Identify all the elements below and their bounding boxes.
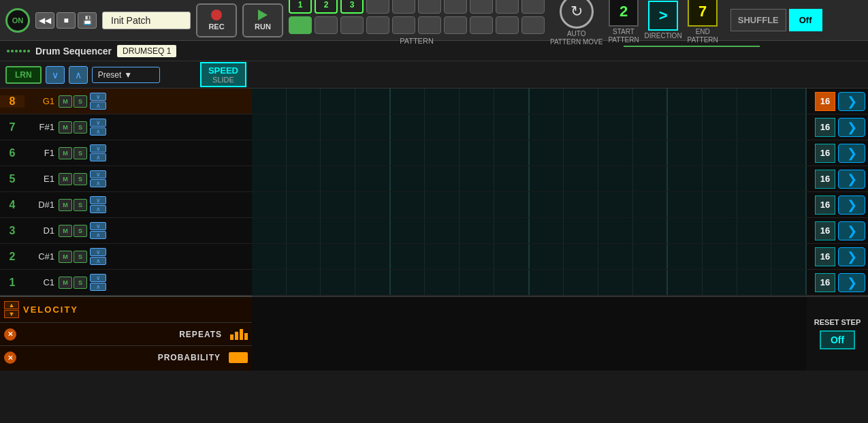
solo-button-1[interactable]: S bbox=[74, 277, 87, 289]
grid-cell-r5-c4[interactable] bbox=[355, 166, 391, 191]
pattern-btn-3[interactable]: 3 bbox=[340, 0, 364, 14]
grid-cell-r8-c12[interactable] bbox=[633, 89, 669, 114]
patch-name-input[interactable]: Init Patch bbox=[102, 12, 191, 29]
grid-cell-r6-c2[interactable] bbox=[287, 140, 321, 166]
grid-cell-r2-c14[interactable] bbox=[703, 244, 737, 269]
pattern-btn-8[interactable] bbox=[470, 0, 493, 14]
grid-cell-r7-c5[interactable] bbox=[391, 114, 425, 140]
row-up-arrow-3[interactable]: ∨ bbox=[90, 222, 106, 230]
row-down-arrow-3[interactable]: ∧ bbox=[90, 231, 106, 239]
grid-cell-r5-c5[interactable] bbox=[391, 166, 425, 191]
grid-cell-r2-c5[interactable] bbox=[391, 244, 425, 269]
pattern-btn-10[interactable] bbox=[521, 0, 545, 14]
solo-button-6[interactable]: S bbox=[74, 147, 87, 159]
grid-cell-r7-c8[interactable] bbox=[494, 114, 530, 140]
grid-cell-r5-c14[interactable] bbox=[703, 166, 737, 191]
grid-cell-r2-c11[interactable] bbox=[598, 244, 633, 269]
grid-cell-r3-c16[interactable] bbox=[771, 218, 807, 243]
pattern-btn-5[interactable] bbox=[392, 0, 415, 14]
solo-button-3[interactable]: S bbox=[74, 225, 87, 237]
grid-cell-r4-c2[interactable] bbox=[287, 192, 321, 217]
grid-cell-r3-c6[interactable] bbox=[425, 218, 460, 243]
probability-disable-icon[interactable]: ✕ bbox=[4, 351, 16, 364]
grid-cell-r8-c3[interactable] bbox=[321, 89, 355, 114]
solo-button-7[interactable]: S bbox=[74, 121, 87, 134]
grid-cell-r2-c1[interactable] bbox=[252, 244, 287, 269]
grid-cell-r1-c11[interactable] bbox=[598, 270, 633, 295]
grid-cell-r8-c11[interactable] bbox=[598, 89, 633, 114]
step-count-8[interactable]: 16 bbox=[815, 92, 835, 111]
grid-cell-r7-c13[interactable] bbox=[668, 114, 703, 140]
grid-cell-r2-c2[interactable] bbox=[287, 244, 321, 269]
step-count-7[interactable]: 16 bbox=[815, 118, 835, 137]
grid-cell-r6-c6[interactable] bbox=[425, 140, 460, 166]
mute-button-4[interactable]: M bbox=[59, 199, 72, 211]
grid-cell-r5-c15[interactable] bbox=[737, 166, 772, 191]
grid-cell-r1-c8[interactable] bbox=[494, 270, 530, 295]
grid-cell-r7-c2[interactable] bbox=[287, 114, 321, 140]
mute-button-7[interactable]: M bbox=[59, 121, 72, 134]
grid-cell-r6-c3[interactable] bbox=[321, 140, 355, 166]
grid-cell-r3-c14[interactable] bbox=[703, 218, 737, 243]
row-up-arrow-1[interactable]: ∨ bbox=[90, 274, 106, 282]
grid-cell-r7-c14[interactable] bbox=[703, 114, 737, 140]
grid-cell-r2-c12[interactable] bbox=[633, 244, 669, 269]
solo-button-2[interactable]: S bbox=[74, 251, 87, 263]
auto-pattern-icon[interactable]: ↻ bbox=[560, 0, 594, 29]
step-arrow-5[interactable]: ❯ bbox=[838, 170, 865, 189]
mute-button-1[interactable]: M bbox=[59, 277, 72, 289]
grid-cell-r5-c13[interactable] bbox=[668, 166, 703, 191]
grid-cell-r5-c1[interactable] bbox=[252, 166, 287, 191]
grid-cell-r8-c7[interactable] bbox=[460, 89, 494, 114]
grid-cell-r8-c13[interactable] bbox=[668, 89, 703, 114]
grid-cell-r2-c3[interactable] bbox=[321, 244, 355, 269]
grid-cell-r6-c8[interactable] bbox=[494, 140, 530, 166]
grid-cell-r7-c11[interactable] bbox=[598, 114, 633, 140]
grid-cell-r7-c6[interactable] bbox=[425, 114, 460, 140]
row-up-arrow-5[interactable]: ∨ bbox=[90, 170, 106, 178]
grid-cell-r5-c6[interactable] bbox=[425, 166, 460, 191]
direction-value[interactable]: > bbox=[648, 1, 678, 31]
grid-cell-r7-c1[interactable] bbox=[252, 114, 287, 140]
grid-cell-r8-c5[interactable] bbox=[391, 89, 425, 114]
grid-cell-r1-c14[interactable] bbox=[703, 270, 737, 295]
grid-cell-r1-c2[interactable] bbox=[287, 270, 321, 295]
grid-cell-r8-c4[interactable] bbox=[355, 89, 391, 114]
grid-cell-r6-c15[interactable] bbox=[737, 140, 772, 166]
grid-cell-r2-c9[interactable] bbox=[530, 244, 564, 269]
grid-cell-r5-c8[interactable] bbox=[494, 166, 530, 191]
grid-cell-r7-c3[interactable] bbox=[321, 114, 355, 140]
shuffle-off-button[interactable]: Off bbox=[789, 9, 822, 31]
step-arrow-1[interactable]: ❯ bbox=[838, 273, 865, 292]
grid-cell-r4-c14[interactable] bbox=[703, 192, 737, 217]
step-arrow-7[interactable]: ❯ bbox=[838, 118, 865, 137]
grid-cell-r7-c10[interactable] bbox=[564, 114, 598, 140]
mute-button-2[interactable]: M bbox=[59, 251, 72, 263]
grid-cell-r1-c12[interactable] bbox=[633, 270, 669, 295]
scroll-up-btn[interactable]: ∧ bbox=[69, 66, 88, 84]
row-down-arrow-8[interactable]: ∧ bbox=[90, 101, 106, 110]
stop-icon[interactable]: ■ bbox=[57, 12, 76, 29]
step-count-2[interactable]: 16 bbox=[815, 247, 835, 266]
grid-cell-r6-c9[interactable] bbox=[530, 140, 564, 166]
grid-cell-r3-c5[interactable] bbox=[391, 218, 425, 243]
step-count-6[interactable]: 16 bbox=[815, 144, 835, 163]
grid-cell-r3-c7[interactable] bbox=[460, 218, 494, 243]
pattern-btn-7[interactable] bbox=[444, 0, 467, 14]
grid-cell-r5-c2[interactable] bbox=[287, 166, 321, 191]
solo-button-8[interactable]: S bbox=[74, 95, 87, 108]
mute-button-6[interactable]: M bbox=[59, 147, 72, 159]
grid-cell-r1-c3[interactable] bbox=[321, 270, 355, 295]
grid-cell-r3-c9[interactable] bbox=[530, 218, 564, 243]
grid-cell-r3-c13[interactable] bbox=[668, 218, 703, 243]
step-count-1[interactable]: 16 bbox=[815, 273, 835, 292]
row-up-arrow-4[interactable]: ∨ bbox=[90, 196, 106, 204]
grid-cell-r2-c6[interactable] bbox=[425, 244, 460, 269]
grid-cell-r6-c11[interactable] bbox=[598, 140, 633, 166]
mute-button-5[interactable]: M bbox=[59, 173, 72, 185]
grid-cell-r4-c16[interactable] bbox=[771, 192, 807, 217]
grid-cell-r6-c7[interactable] bbox=[460, 140, 494, 166]
grid-cell-r8-c2[interactable] bbox=[287, 89, 321, 114]
row-down-arrow-7[interactable]: ∧ bbox=[90, 127, 106, 136]
row-up-arrow-8[interactable]: ∨ bbox=[90, 93, 106, 101]
